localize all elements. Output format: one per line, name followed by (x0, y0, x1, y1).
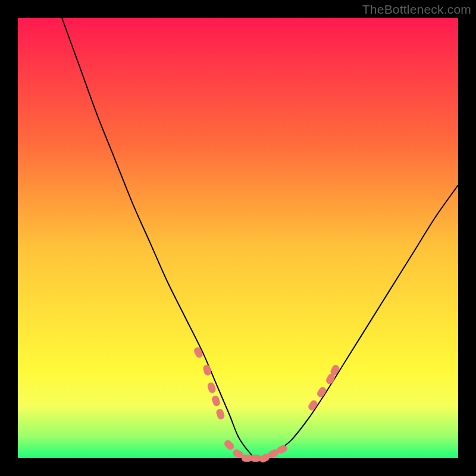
chart-plot-area (18, 18, 458, 458)
highlight-point (316, 386, 328, 399)
chart-svg (18, 18, 458, 458)
highlight-point (206, 381, 217, 394)
highlight-point (223, 439, 236, 451)
highlight-point (193, 346, 204, 359)
highlight-point (215, 408, 226, 421)
watermark-text: TheBottleneck.com (362, 2, 471, 17)
highlight-point (211, 394, 221, 407)
chart-frame: TheBottleneck.com (0, 0, 476, 476)
bottleneck-curve (62, 18, 458, 459)
highlight-point (307, 399, 319, 412)
highlight-point (202, 364, 212, 376)
